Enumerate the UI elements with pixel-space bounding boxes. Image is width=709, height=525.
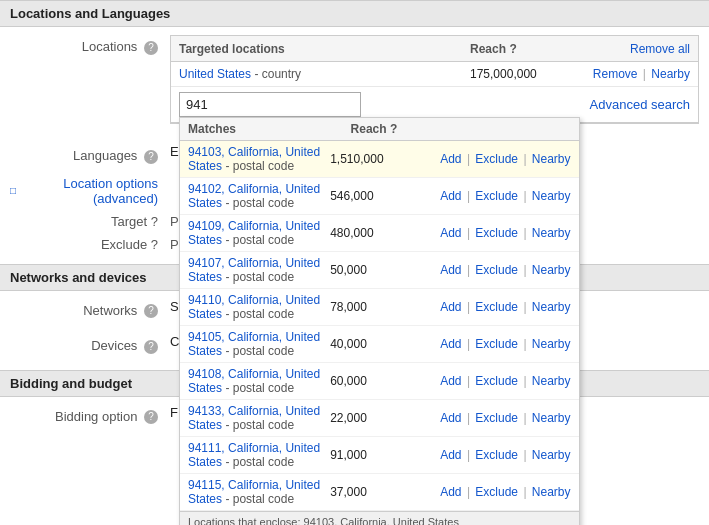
- locations-panel: Targeted locations Reach ? Remove all Un…: [170, 35, 699, 124]
- reach-header: Reach ?: [470, 42, 590, 56]
- result-reach-2: 480,000: [330, 226, 440, 240]
- result-actions-1: Add | Exclude | Nearby: [440, 189, 570, 203]
- result-actions-7: Add | Exclude | Nearby: [440, 411, 570, 425]
- bidding-help-icon[interactable]: ?: [144, 410, 158, 424]
- remove-link[interactable]: Remove: [593, 67, 638, 81]
- dropdown-row-6[interactable]: 94108, California, United States - posta…: [180, 363, 579, 400]
- result-name-8: 94111, California, United States - posta…: [188, 441, 330, 469]
- add-link-0[interactable]: Add: [440, 152, 461, 166]
- nearby-link-4[interactable]: Nearby: [532, 300, 571, 314]
- languages-help-icon[interactable]: ?: [144, 150, 158, 164]
- dropdown-row-4[interactable]: 94110, California, United States - posta…: [180, 289, 579, 326]
- dropdown-row-2[interactable]: 94109, California, United States - posta…: [180, 215, 579, 252]
- add-link-7[interactable]: Add: [440, 411, 461, 425]
- target-label: Target ?: [10, 214, 170, 229]
- locations-help-icon[interactable]: ?: [144, 41, 158, 55]
- nearby-link-6[interactable]: Nearby: [532, 374, 571, 388]
- search-wrapper: Matches Reach ?: [179, 92, 580, 117]
- result-actions-0: Add | Exclude | Nearby: [440, 152, 570, 166]
- result-name-7: 94133, California, United States - posta…: [188, 404, 330, 432]
- exclude-link-4[interactable]: Exclude: [475, 300, 518, 314]
- section-header-locations: Locations and Languages: [0, 0, 709, 27]
- search-area: Matches Reach ?: [171, 87, 698, 123]
- result-name-1: 94102, California, United States - posta…: [188, 182, 330, 210]
- nearby-link-8[interactable]: Nearby: [532, 448, 571, 462]
- dropdown-row-7[interactable]: 94133, California, United States - posta…: [180, 400, 579, 437]
- exclude-link-6[interactable]: Exclude: [475, 374, 518, 388]
- add-link-3[interactable]: Add: [440, 263, 461, 277]
- result-reach-7: 22,000: [330, 411, 440, 425]
- remove-all-link[interactable]: Remove all: [630, 42, 690, 56]
- nearby-link-5[interactable]: Nearby: [532, 337, 571, 351]
- expand-icon: □: [10, 185, 16, 196]
- nearby-link-7[interactable]: Nearby: [532, 411, 571, 425]
- nearby-link[interactable]: Nearby: [651, 67, 690, 81]
- result-name-0: 94103, California, United States - posta…: [188, 145, 330, 173]
- dropdown-matches-header: Matches: [188, 122, 351, 136]
- devices-label: Devices ?: [10, 334, 170, 354]
- networks-help-icon[interactable]: ?: [144, 304, 158, 318]
- result-name-2: 94109, California, United States - posta…: [188, 219, 330, 247]
- exclude-link-8[interactable]: Exclude: [475, 448, 518, 462]
- dropdown-header: Matches Reach ?: [180, 118, 579, 141]
- result-reach-1: 546,000: [330, 189, 440, 203]
- add-link-4[interactable]: Add: [440, 300, 461, 314]
- exclude-link-5[interactable]: Exclude: [475, 337, 518, 351]
- exclude-label: Exclude ?: [10, 237, 170, 252]
- result-actions-4: Add | Exclude | Nearby: [440, 300, 570, 314]
- add-link-5[interactable]: Add: [440, 337, 461, 351]
- add-link-8[interactable]: Add: [440, 448, 461, 462]
- result-actions-3: Add | Exclude | Nearby: [440, 263, 570, 277]
- add-link-9[interactable]: Add: [440, 485, 461, 499]
- result-reach-6: 60,000: [330, 374, 440, 388]
- exclude-help-icon[interactable]: ?: [151, 237, 158, 252]
- dropdown-row-1[interactable]: 94102, California, United States - posta…: [180, 178, 579, 215]
- result-reach-3: 50,000: [330, 263, 440, 277]
- result-reach-5: 40,000: [330, 337, 440, 351]
- add-link-1[interactable]: Add: [440, 189, 461, 203]
- location-options-label[interactable]: □ Location options (advanced): [10, 176, 170, 206]
- result-name-5: 94105, California, United States - posta…: [188, 330, 330, 358]
- dropdown-row-0[interactable]: 94103, California, United States - posta…: [180, 141, 579, 178]
- search-input[interactable]: [179, 92, 361, 117]
- add-link-6[interactable]: Add: [440, 374, 461, 388]
- nearby-link-3[interactable]: Nearby: [532, 263, 571, 277]
- targeted-locations-header: Targeted locations: [179, 42, 470, 56]
- targeted-loc-name: United States - country: [179, 67, 470, 81]
- exclude-link-7[interactable]: Exclude: [475, 411, 518, 425]
- result-name-3: 94107, California, United States - posta…: [188, 256, 330, 284]
- result-reach-0: 1,510,000: [330, 152, 440, 166]
- locations-row: Locations ? Targeted locations Reach ? R…: [0, 27, 709, 132]
- targeted-loc-actions: Remove | Nearby: [590, 67, 690, 81]
- advanced-search-link[interactable]: Advanced search: [590, 97, 690, 112]
- add-link-2[interactable]: Add: [440, 226, 461, 240]
- locations-content: Targeted locations Reach ? Remove all Un…: [170, 35, 699, 124]
- result-reach-4: 78,000: [330, 300, 440, 314]
- locations-table-header: Targeted locations Reach ? Remove all: [171, 36, 698, 62]
- dropdown-row-3[interactable]: 94107, California, United States - posta…: [180, 252, 579, 289]
- nearby-link-9[interactable]: Nearby: [532, 485, 571, 499]
- networks-label: Networks ?: [10, 299, 170, 319]
- result-actions-9: Add | Exclude | Nearby: [440, 485, 570, 499]
- exclude-link-2[interactable]: Exclude: [475, 226, 518, 240]
- dropdown-row-8[interactable]: 94111, California, United States - posta…: [180, 437, 579, 474]
- target-help-icon[interactable]: ?: [151, 214, 158, 229]
- exclude-link-1[interactable]: Exclude: [475, 189, 518, 203]
- result-name-6: 94108, California, United States - posta…: [188, 367, 330, 395]
- exclude-link-3[interactable]: Exclude: [475, 263, 518, 277]
- reach-help-icon[interactable]: ?: [509, 42, 516, 56]
- nearby-link-0[interactable]: Nearby: [532, 152, 571, 166]
- nearby-link-1[interactable]: Nearby: [532, 189, 571, 203]
- bidding-label: Bidding option ?: [10, 405, 170, 425]
- exclude-link-0[interactable]: Exclude: [475, 152, 518, 166]
- result-reach-9: 37,000: [330, 485, 440, 499]
- exclude-link-9[interactable]: Exclude: [475, 485, 518, 499]
- targeted-loc-link[interactable]: United States: [179, 67, 251, 81]
- dropdown-reach-help-icon[interactable]: ?: [390, 122, 397, 136]
- remove-all-col: Remove all: [590, 41, 690, 56]
- targeted-loc-type: - country: [254, 67, 301, 81]
- nearby-link-2[interactable]: Nearby: [532, 226, 571, 240]
- dropdown-row-5[interactable]: 94105, California, United States - posta…: [180, 326, 579, 363]
- dropdown-row-9[interactable]: 94115, California, United States - posta…: [180, 474, 579, 511]
- devices-help-icon[interactable]: ?: [144, 340, 158, 354]
